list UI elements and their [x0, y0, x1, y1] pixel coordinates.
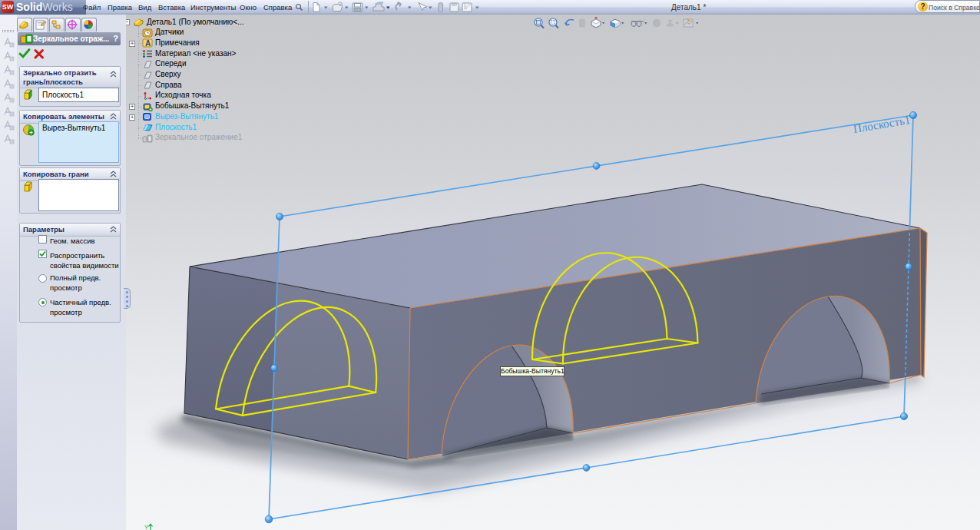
svg-text:A: A: [145, 39, 151, 48]
svg-text:Y: Y: [144, 524, 149, 530]
